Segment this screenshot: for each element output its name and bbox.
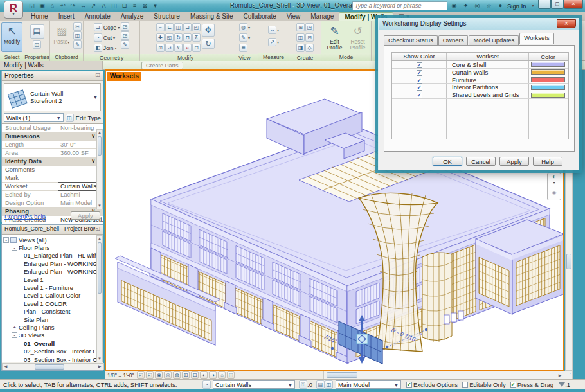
steering-wheel-icon[interactable]: ◉ [548,190,561,195]
move-icon[interactable]: ✚ [156,33,165,42]
close-hidden-windows-icon[interactable]: ⊠ [140,1,150,10]
type-selector-dropdown-icon[interactable]: ▼ [93,93,98,102]
tree-item[interactable]: 02_Section Box - Interior Offic [3,347,103,355]
cancel-button[interactable]: Cancel [466,157,496,166]
aligned-dimension-icon[interactable]: ↗ [89,1,98,10]
workset-row[interactable]: ✓ Core & Shell [392,61,568,69]
dimension-dd-icon[interactable]: ▾ [277,40,279,44]
create-assembly-icon[interactable]: ⊟ [305,33,314,42]
crop-region-icon[interactable]: ⊟ [191,371,199,379]
properties-palette-icon[interactable]: ▤ [30,24,44,39]
save-icon[interactable]: ▣ [37,1,47,10]
sun-path-icon[interactable]: ◉ [155,371,163,379]
navigation-bar[interactable]: ◐▾◉ [547,172,561,200]
wall-join-icon[interactable]: ◲ [121,31,129,40]
tree-item[interactable]: Site Plan [3,316,103,323]
reset-profile-button[interactable]: ↺Reset Profile [347,22,369,52]
hide-icon[interactable]: ≣ [239,44,248,52]
search-icon[interactable]: ◉ [449,1,459,10]
close-button[interactable]: × [564,0,583,9]
undo-icon[interactable]: ↶ [58,1,68,10]
active-workset-dropdown[interactable]: Curtain Walls▼ [213,380,295,389]
tree-ceiling-plans[interactable]: +Ceiling Plans [3,323,103,331]
open-icon[interactable]: ◱ [27,1,37,10]
extend-icon[interactable]: ⊐ [183,23,192,31]
properties-dock-icon[interactable]: ◱ [95,72,100,80]
analytical-model-icon[interactable]: ◫ [227,371,235,379]
tree-views-all[interactable]: -Views (all) [3,236,103,244]
design-option-dropdown[interactable]: Main Model▼ [336,380,401,389]
worksharing-display-icon[interactable]: ⌂ [218,371,226,379]
cope-dropdown-icon[interactable]: ▾ [118,25,120,30]
help-button[interactable]: Help [533,157,562,166]
copy-icon[interactable]: ◱ [165,33,174,42]
temporary-hide-icon[interactable]: ◐ [200,371,208,379]
insulation-icon[interactable]: ◨ [296,44,305,52]
tab-worksets[interactable]: Worksets [519,33,554,44]
create-parts-icon[interactable]: ◫ [296,33,305,42]
delete-icon[interactable]: × [183,44,192,52]
tab-analyze[interactable]: Analyze [116,12,149,21]
color-swatch[interactable] [531,93,565,98]
tab-manage[interactable]: Manage [305,12,339,21]
tree-item[interactable]: Level 1 COLOR [3,299,103,307]
create-parts-button[interactable]: Create Parts [141,62,183,69]
join-dropdown-icon[interactable]: ▾ [114,46,116,50]
modify-tool-button[interactable]: ↖Modify [1,22,22,52]
apply-button-dialog[interactable]: Apply [500,157,529,166]
tab-collaborate[interactable]: Collaborate [239,12,282,21]
selection-filter-icon[interactable] [559,382,565,387]
color-swatch[interactable] [531,77,565,82]
show-color-checkbox[interactable]: ✓ [417,70,422,76]
search-input[interactable] [352,1,447,10]
cope-icon[interactable]: ⊐ [94,23,102,31]
join-label[interactable]: Join [103,45,114,51]
tab-model-updates[interactable]: Model Updates [469,35,519,46]
prop-row[interactable]: Edited byLachmi [2,191,103,199]
show-color-checkbox[interactable]: ✓ [417,78,422,84]
edit-type-button[interactable]: Edit Type [76,114,101,121]
canvas-h-scrollbar[interactable]: ▶ ⋰ [323,371,573,379]
element-filter-dropdown[interactable]: Walls (1)▼ [4,113,64,122]
align-icon[interactable]: ≡ [156,23,165,31]
cut-label[interactable]: Cut [103,35,113,41]
tree-item[interactable]: Level 1 [3,276,103,283]
press-drag-checkbox[interactable]: ✓Press & Drag [510,381,554,388]
tab-checkout-status[interactable]: Checkout Status [384,35,438,46]
create-similar-icon[interactable]: ⊞ [296,23,305,31]
properties-help-link[interactable]: Properties help [4,213,46,220]
workset-row[interactable]: ✓ Shared Levels and Grids [392,91,568,99]
override-graphics-icon[interactable]: ✎ [239,33,248,42]
beam-join-icon[interactable]: ◳ [121,22,129,31]
editable-only-checkbox[interactable]: Editable Only [462,381,506,388]
measure-icon[interactable]: ↔ [78,1,88,10]
prop-section[interactable]: Identity Data∨ [2,157,103,166]
cut-dropdown-icon[interactable]: ▾ [113,35,115,40]
workset-row[interactable]: ✓ Furniture [392,76,568,84]
prop-row[interactable]: Mark [2,174,103,183]
tab-home[interactable]: Home [26,12,53,21]
tree-item[interactable]: Enlarged Plan - WORKING - flo [3,268,103,276]
ok-button[interactable]: OK [433,157,462,166]
join-icon[interactable]: ◧ [94,44,102,52]
paint-icon[interactable]: ✎ [121,40,129,49]
editing-requests-icon[interactable]: ⚿ [299,380,307,389]
zoom-icon[interactable]: ◐ [548,173,561,180]
tab-massing-site[interactable]: Massing & Site [185,12,239,21]
unpin-icon[interactable]: ⊻ [174,44,183,52]
array-icon[interactable]: ⊞ [156,44,165,52]
tree-item[interactable]: Level 1 Callout Color [3,292,103,299]
apply-button[interactable]: Apply [71,211,100,220]
text-icon[interactable]: A [99,1,109,10]
type-selector[interactable]: Curtain WallStorefront 2 ▼ [4,83,101,111]
maximize-button[interactable]: □ [551,0,564,9]
rotate-big-icon[interactable]: ↻ [202,39,215,49]
show-color-checkbox[interactable]: ✓ [417,85,422,91]
color-swatch[interactable] [531,62,565,67]
detail-level-icon[interactable]: ◰ [137,371,145,379]
rendering-icon[interactable]: ◍ [173,371,181,379]
resize-grip[interactable]: ⋰ [566,373,571,378]
mirror-icon[interactable]: ◫ [174,23,183,31]
worksets-status-icon[interactable]: ◔ [203,380,211,389]
rotate-icon[interactable]: ↻ [174,33,183,42]
